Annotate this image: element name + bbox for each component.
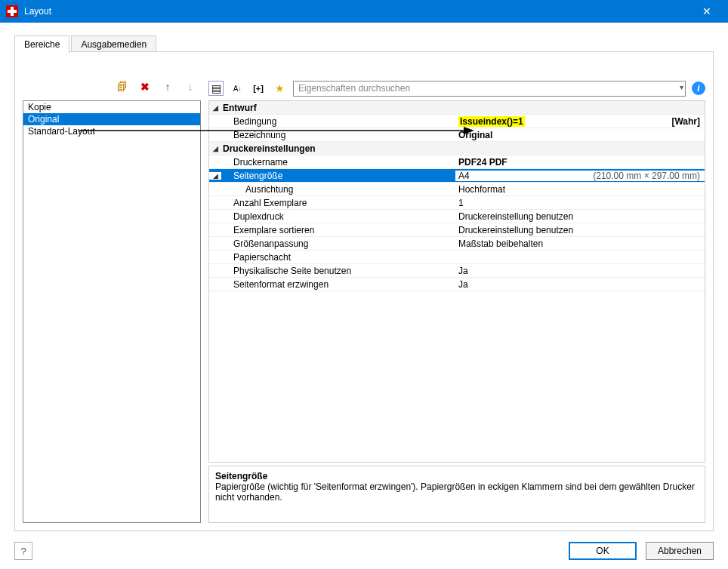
- list-item[interactable]: Kopie: [23, 101, 200, 113]
- prop-seitfmt[interactable]: Seitenformat erzwingen Ja: [209, 278, 705, 291]
- window-title: Layout: [24, 6, 692, 17]
- tab-panel: 🗐 ✖ ↑ ↓ Kopie Original Standard-Layout ▤…: [14, 51, 714, 531]
- copy-icon[interactable]: 🗐: [115, 79, 130, 94]
- categorize-icon[interactable]: ▤: [208, 81, 224, 96]
- description-text: Papiergröße (wichtig für 'Seitenformat e…: [215, 481, 699, 503]
- layout-list[interactable]: Kopie Original Standard-Layout: [23, 100, 201, 523]
- prop-bedingung[interactable]: Bedingung Issueindex()=1 [Wahr]: [209, 115, 705, 128]
- arrow-up-icon[interactable]: ↑: [160, 79, 175, 94]
- add-property-icon[interactable]: [+]: [251, 81, 266, 96]
- layout-list-pane: 🗐 ✖ ↑ ↓ Kopie Original Standard-Layout: [23, 76, 201, 523]
- close-icon[interactable]: ✕: [692, 5, 722, 17]
- layout-list-toolbar: 🗐 ✖ ↑ ↓: [115, 79, 198, 94]
- prop-groessen[interactable]: Größenanpassung Maßstab beibehalten: [209, 237, 705, 251]
- prop-schacht[interactable]: Papierschacht: [209, 251, 705, 264]
- highlighted-value: Issueindex()=1: [458, 116, 525, 127]
- property-toolbar: ▤ A↓ [+] ★ Eigenschaften durchsuchen ▾ i: [208, 79, 705, 97]
- prop-bezeichnung[interactable]: Bezeichnung Original: [209, 128, 705, 142]
- property-pane: ▤ A↓ [+] ★ Eigenschaften durchsuchen ▾ i…: [208, 76, 705, 523]
- ok-button[interactable]: OK: [569, 542, 637, 560]
- dialog-footer: OK Abbrechen: [569, 542, 714, 560]
- tab-bereiche[interactable]: Bereiche: [14, 35, 69, 54]
- sort-az-icon[interactable]: A↓: [230, 81, 245, 96]
- delete-icon[interactable]: ✖: [137, 79, 153, 94]
- search-input[interactable]: Eigenschaften durchsuchen ▾: [293, 81, 686, 97]
- prop-sortieren[interactable]: Exemplare sortieren Druckereinstellung b…: [209, 223, 705, 237]
- prop-physseite[interactable]: Physikalische Seite benutzen Ja: [209, 264, 705, 278]
- category-entwurf[interactable]: ◢ Entwurf: [209, 101, 705, 115]
- arrow-down-icon[interactable]: ↓: [183, 79, 198, 94]
- expand-icon[interactable]: ◢: [209, 172, 221, 180]
- prop-duplex[interactable]: Duplexdruck Druckereinstellung benutzen: [209, 210, 705, 223]
- chevron-down-icon[interactable]: ▾: [680, 83, 683, 91]
- app-icon: [6, 5, 18, 17]
- category-drucker[interactable]: ◢ Druckereinstellungen: [209, 142, 705, 155]
- title-bar: Layout ✕: [0, 0, 728, 23]
- cancel-button[interactable]: Abbrechen: [646, 542, 714, 560]
- star-icon[interactable]: ★: [272, 81, 287, 96]
- description-title: Seitengröße: [215, 471, 699, 481]
- prop-ausrichtung[interactable]: Ausrichtung Hochformat: [209, 183, 705, 196]
- prop-seitengroesse[interactable]: ◢ Seitengröße A4 (210.00 mm × 297.00 mm): [209, 169, 705, 183]
- prop-druckername[interactable]: Druckername PDF24 PDF: [209, 155, 705, 169]
- prop-anzahl[interactable]: Anzahl Exemplare 1: [209, 196, 705, 210]
- info-icon[interactable]: i: [692, 82, 705, 95]
- list-item[interactable]: Standard-Layout: [23, 125, 200, 137]
- property-description: Seitengröße Papiergröße (wichtig für 'Se…: [208, 466, 705, 523]
- property-grid[interactable]: ◢ Entwurf Bedingung Issueindex()=1 [Wahr…: [208, 100, 705, 463]
- list-item[interactable]: Original: [23, 113, 200, 125]
- help-button[interactable]: ?: [14, 542, 32, 560]
- search-placeholder: Eigenschaften durchsuchen: [298, 83, 410, 94]
- collapse-icon[interactable]: ◢: [209, 104, 221, 112]
- collapse-icon[interactable]: ◢: [209, 145, 221, 152]
